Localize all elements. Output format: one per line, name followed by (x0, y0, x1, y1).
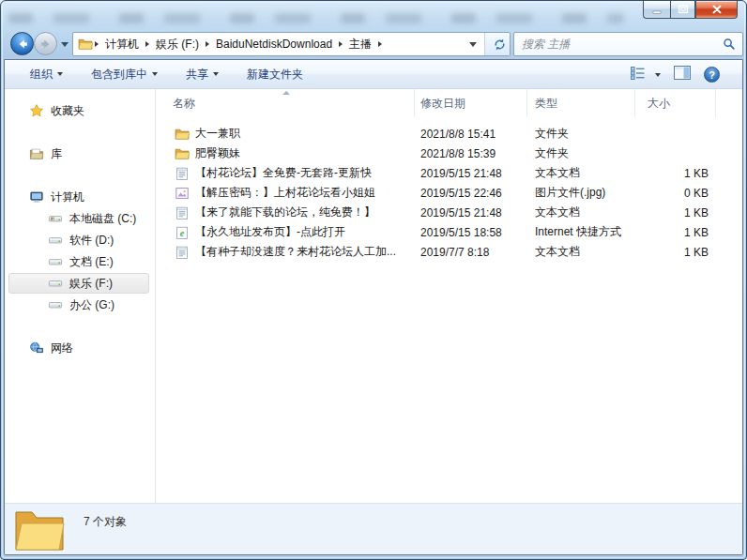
column-header-2[interactable]: 类型 (527, 89, 635, 117)
file-type: 文本文档 (527, 204, 635, 220)
breadcrumb-separator-icon (339, 41, 343, 47)
change-view-button[interactable] (631, 67, 661, 83)
sidebar-group-computer-children: 本地磁盘 (C:)软件 (D:)文档 (E:)娱乐 (F:)办公 (G:) (5, 209, 155, 314)
network-icon (29, 341, 44, 356)
breadcrumb-item[interactable]: 主播 (344, 37, 376, 53)
sidebar-item-drive-e[interactable]: 文档 (E:) (5, 252, 155, 271)
search-box (513, 32, 743, 56)
glass-blur-decoration (8, 13, 624, 23)
item-count: 7 个对象 (84, 514, 127, 530)
sidebar-item-network[interactable]: 网络 (5, 339, 155, 357)
file-date: 2021/8/8 15:39 (415, 147, 527, 160)
minimize-icon (649, 2, 664, 17)
back-button[interactable] (10, 32, 34, 55)
file-date: 2019/5/15 21:48 (415, 167, 527, 180)
sidebar-item-label: 办公 (G:) (69, 297, 114, 313)
folder-icon (175, 127, 190, 142)
toolbar-button-include-in-library[interactable]: 包含到库中 (91, 67, 158, 83)
close-icon (709, 2, 724, 17)
help-button[interactable]: ? (704, 67, 720, 83)
star-icon (29, 103, 44, 118)
sidebar-item-computer[interactable]: 计算机 (5, 188, 155, 206)
address-bar[interactable]: 计算机娱乐 (F:)BaiduNetdiskDownload主播 (72, 32, 511, 56)
forward-arrow-icon (38, 37, 53, 52)
breadcrumb-item[interactable]: 娱乐 (F:) (151, 37, 204, 53)
toolbar-button-organize[interactable]: 组织 (30, 67, 63, 83)
file-size: 1 KB (635, 206, 716, 219)
file-row[interactable]: 【有种子却没速度？来村花论坛人工加...2019/7/7 8:18文本文档1 K… (158, 242, 742, 262)
breadcrumb-item[interactable]: BaiduNetdiskDownload (211, 38, 337, 51)
folder-icon (175, 146, 190, 161)
ie-icon: e (175, 225, 190, 240)
maximize-icon (676, 2, 691, 17)
file-name: 【村花论坛】全免费-无套路-更新快 (195, 165, 372, 181)
toolbar-items: 组织包含到库中共享新建文件夹 (30, 67, 331, 83)
search-input[interactable] (514, 38, 723, 51)
sidebar-item-label: 收藏夹 (51, 103, 84, 119)
dropdown-caret-icon (57, 72, 63, 76)
toolbar-button-label: 包含到库中 (91, 67, 147, 83)
file-row[interactable]: e【永久地址发布页】-点此打开2019/5/15 18:58Internet 快… (158, 222, 742, 242)
file-name-cell: 【村花论坛】全免费-无套路-更新快 (158, 165, 415, 181)
maximize-button[interactable] (670, 1, 695, 19)
column-header-label: 修改日期 (420, 96, 465, 112)
toolbar-button-label: 共享 (186, 67, 208, 83)
big-folder-icon (14, 507, 65, 554)
file-row[interactable]: 【来了就能下载的论坛，纯免费！】2019/5/15 21:48文本文档1 KB (158, 203, 742, 222)
sidebar-item-drive-c[interactable]: 本地磁盘 (C:) (5, 209, 155, 228)
breadcrumb-separator-icon (95, 41, 99, 47)
title-bar[interactable] (1, 1, 746, 29)
column-header-label: 大小 (648, 96, 670, 112)
explorer-window: 计算机娱乐 (F:)BaiduNetdiskDownload主播 组织包含到库中… (0, 0, 747, 560)
close-button[interactable] (695, 1, 738, 19)
toolbar-button-share[interactable]: 共享 (186, 67, 219, 83)
file-date: 2019/5/15 18:58 (415, 226, 527, 239)
disk-windows-icon (48, 211, 63, 226)
column-header-1[interactable]: 修改日期 (415, 89, 527, 117)
search-icon (723, 38, 736, 51)
forward-button[interactable] (34, 32, 57, 55)
column-header-3[interactable]: 大小 (635, 89, 716, 117)
sidebar-item-label: 库 (51, 146, 62, 162)
file-row[interactable]: 大一兼职2021/8/8 15:41文件夹 (158, 124, 742, 144)
sidebar-item-libraries[interactable]: 库 (5, 144, 155, 163)
text-icon (175, 205, 190, 220)
minimize-button[interactable] (643, 1, 670, 19)
file-date: 2019/7/7 8:18 (415, 246, 527, 259)
sidebar-item-label: 计算机 (51, 189, 84, 205)
file-type: 文件夹 (527, 126, 635, 142)
sidebar-item-drive-d[interactable]: 软件 (D:) (5, 231, 155, 250)
file-size: 1 KB (635, 246, 716, 259)
disk-icon (48, 276, 63, 291)
column-header-label: 名称 (173, 96, 195, 112)
sidebar-item-label: 网络 (51, 341, 73, 356)
sort-ascending-icon (282, 91, 290, 95)
sidebar: 收藏夹库计算机本地磁盘 (C:)软件 (D:)文档 (E:)娱乐 (F:)办公 … (5, 89, 156, 503)
sidebar-item-drive-f[interactable]: 娱乐 (F:) (5, 274, 155, 293)
file-size: 0 KB (635, 187, 716, 200)
sidebar-item-favorites[interactable]: 收藏夹 (5, 101, 155, 120)
file-name: 【永久地址发布页】-点此打开 (195, 224, 345, 240)
refresh-button[interactable] (484, 33, 510, 55)
toolbar-button-new-folder[interactable]: 新建文件夹 (247, 67, 303, 83)
file-rows: 大一兼职2021/8/8 15:41文件夹肥臀颖妹2021/8/8 15:39文… (158, 124, 742, 262)
recent-pages-chevron-icon[interactable] (61, 42, 69, 47)
toolbar: 组织包含到库中共享新建文件夹 ? (5, 60, 742, 89)
dropdown-caret-icon (213, 72, 219, 76)
file-row[interactable]: 肥臀颖妹2021/8/8 15:39文件夹 (158, 144, 742, 163)
disk-icon (48, 233, 63, 248)
disk-icon (48, 254, 63, 269)
file-name: 【有种子却没速度？来村花论坛人工加... (195, 244, 396, 260)
file-type: 图片文件(.jpg) (527, 185, 635, 201)
preview-pane-button[interactable] (674, 66, 691, 83)
file-list: 名称修改日期类型大小 大一兼职2021/8/8 15:41文件夹肥臀颖妹2021… (158, 89, 742, 503)
sidebar-item-drive-g[interactable]: 办公 (G:) (5, 295, 155, 314)
address-dropdown-caret-icon[interactable] (469, 42, 477, 47)
file-row[interactable]: 【村花论坛】全免费-无套路-更新快2019/5/15 21:48文本文档1 KB (158, 163, 742, 183)
navigation-bar: 计算机娱乐 (F:)BaiduNetdiskDownload主播 (4, 29, 743, 59)
file-row[interactable]: 【解压密码：】上村花论坛看小姐姐2019/5/15 22:46图片文件(.jpg… (158, 183, 742, 203)
views-caret-icon (655, 73, 661, 77)
breadcrumb-separator-icon (145, 41, 149, 47)
breadcrumb-item[interactable]: 计算机 (100, 37, 144, 53)
preview-pane-icon (674, 66, 691, 83)
